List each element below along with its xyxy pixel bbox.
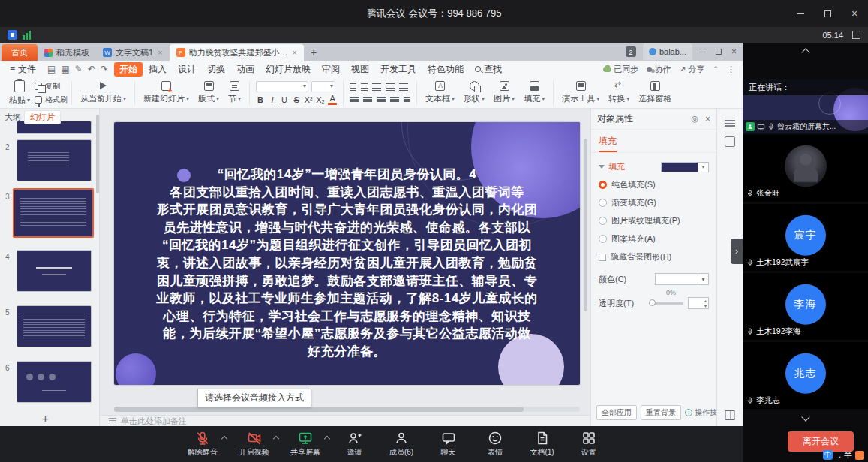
menu-view[interactable]: 视图 <box>346 62 374 76</box>
copy-button[interactable]: 复制 <box>35 81 68 92</box>
collapse-section-icon[interactable] <box>599 165 605 169</box>
convert-button[interactable]: 转换▾ <box>604 81 634 104</box>
close-icon[interactable]: × <box>705 114 710 124</box>
participant-tile[interactable]: 张金旺 <box>743 135 868 202</box>
italic-button[interactable]: I <box>268 95 277 104</box>
fill-color-swatch[interactable]: ▾ <box>661 162 709 172</box>
numbered-list-icon[interactable] <box>361 83 368 91</box>
slide-text-block[interactable]: “回忆我的14岁”一增强青年团员身份认同。4 各团支部以重拾入团时间、重读入团志… <box>123 166 571 361</box>
participant-tile[interactable]: 兆志 李兆志 <box>743 342 868 409</box>
close-icon[interactable]: × <box>841 0 868 27</box>
align-center-icon[interactable] <box>363 94 372 102</box>
slide-thumbnail-6[interactable] <box>17 361 92 403</box>
participant-tile[interactable]: 李海 土木192李海 <box>743 273 868 340</box>
fill-button[interactable]: 填充▾ <box>519 81 549 104</box>
presentation-tools-button[interactable]: 演示工具▾ <box>557 81 604 104</box>
align-left-icon[interactable] <box>350 94 359 102</box>
option-gradient-fill[interactable]: 渐变填充(G) <box>599 197 709 208</box>
unmute-button[interactable]: 解除静音 <box>188 430 218 458</box>
fullscreen-icon[interactable] <box>852 31 860 39</box>
menu-features[interactable]: 特色功能 <box>422 62 469 76</box>
menu-insert[interactable]: 插入 <box>143 62 172 76</box>
add-slide-button[interactable]: + <box>42 412 49 424</box>
tab-docer[interactable]: 稻壳模板 <box>38 44 96 61</box>
layout-button[interactable]: 版式▾ <box>194 81 224 104</box>
slide-thumbnail-5[interactable] <box>17 305 92 347</box>
chevron-up-icon[interactable] <box>272 436 278 442</box>
save-icon[interactable]: ▤ <box>47 64 56 74</box>
image-button[interactable]: 图片▾ <box>489 81 519 104</box>
option-hide-background[interactable]: 隐藏背景图形(H) <box>599 251 709 262</box>
reset-background-button[interactable]: 重置背景 <box>641 405 681 420</box>
tab-active-presentation[interactable]: P 助力脱贫攻坚共建郑盛小屋.pptx × <box>170 44 304 61</box>
subscript-button[interactable]: X₂ <box>316 95 325 104</box>
menu-transition[interactable]: 切换 <box>202 62 230 76</box>
transparency-slider[interactable] <box>649 302 683 304</box>
menu-find[interactable]: 查找 <box>470 62 507 76</box>
collapse-panel-handle[interactable]: › <box>731 238 743 264</box>
ime-punct-mode[interactable]: ，半 <box>836 449 852 460</box>
underline-button[interactable]: U <box>280 95 289 104</box>
option-solid-fill[interactable]: 纯色填充(S) <box>599 179 709 190</box>
chevron-up-icon[interactable] <box>801 48 809 56</box>
section-button[interactable]: 节▾ <box>224 81 245 104</box>
slide-thumbnail-2[interactable] <box>17 140 92 182</box>
edit-icon[interactable]: ✎ <box>75 64 83 74</box>
indent-increase-icon[interactable] <box>386 83 395 91</box>
sync-status[interactable]: 已同步 <box>603 64 638 75</box>
active-speaker-tile[interactable]: 正在讲话： 曾云霜的屏幕共... <box>743 79 868 134</box>
chat-button[interactable]: 聊天 <box>436 430 461 458</box>
menu-devtools[interactable]: 开发工具 <box>375 62 422 76</box>
line-spacing-icon[interactable] <box>399 83 408 91</box>
chart-icon[interactable] <box>23 31 31 40</box>
maximize-icon[interactable] <box>716 49 722 55</box>
strikethrough-button[interactable]: S <box>292 95 301 104</box>
ime-language-icon[interactable]: 中 <box>823 450 833 460</box>
animation-pane-icon[interactable] <box>725 136 735 147</box>
redo-icon[interactable]: ↷ <box>101 64 108 74</box>
settings-button[interactable]: 设置 <box>576 430 602 458</box>
slider-knob[interactable] <box>649 299 656 306</box>
slide-editor[interactable]: “回忆我的14岁”一增强青年团员身份认同。4 各团支部以重拾入团时间、重读入团志… <box>114 122 580 385</box>
tab-slides[interactable]: 幻灯片 <box>25 111 60 124</box>
participant-tile[interactable]: 宸宇 土木192武宸宇 <box>743 204 868 271</box>
new-tab-button[interactable]: + <box>304 44 323 61</box>
ime-indicator[interactable]: 中 ，半 <box>823 449 864 460</box>
indent-decrease-icon[interactable] <box>372 83 381 91</box>
font-name-select[interactable] <box>256 81 308 92</box>
undo-icon[interactable]: ↶ <box>88 64 95 74</box>
new-slide-button[interactable]: 新建幻灯片▾ <box>139 81 194 104</box>
textbox-button[interactable]: 文本框▾ <box>421 81 459 104</box>
thumbnail-scrollbar[interactable] <box>96 115 99 194</box>
bullet-list-icon[interactable] <box>350 83 356 91</box>
slide-thumbnail-4[interactable] <box>17 250 92 292</box>
close-icon[interactable]: × <box>158 48 162 57</box>
shapes-button[interactable]: 形状▾ <box>459 81 489 104</box>
tab-outline[interactable]: 大纲 <box>5 112 21 123</box>
more-icon[interactable]: ⋮ <box>727 64 735 74</box>
superscript-button[interactable]: X² <box>304 95 313 104</box>
menu-review[interactable]: 审阅 <box>317 62 345 76</box>
slide-thumbnail-3-selected[interactable] <box>13 188 94 238</box>
menu-slideshow[interactable]: 幻灯片放映 <box>260 62 316 76</box>
minimize-icon[interactable] <box>699 52 706 52</box>
print-icon[interactable]: ▦ <box>61 64 69 74</box>
documents-button[interactable]: 文档(1) <box>530 430 555 458</box>
tab-browser[interactable]: balab... <box>643 44 692 60</box>
emoji-button[interactable]: 表情 <box>482 430 508 458</box>
tab-fill[interactable]: 填充 <box>599 135 617 152</box>
ime-keyboard-icon[interactable] <box>855 451 864 460</box>
chevron-up-icon[interactable] <box>221 436 227 442</box>
color-dropdown[interactable]: ▾ <box>655 273 709 285</box>
grid-view-icon[interactable] <box>725 410 735 420</box>
menu-animation[interactable]: 动画 <box>231 62 260 76</box>
paste-button[interactable]: 粘贴▾ <box>5 80 35 106</box>
app-icon[interactable] <box>8 30 17 40</box>
properties-list-icon[interactable] <box>725 118 735 127</box>
font-size-select[interactable] <box>311 81 335 92</box>
minimize-icon[interactable] <box>787 0 814 27</box>
vertical-scrollbar[interactable] <box>584 139 587 311</box>
start-video-button[interactable]: 开启视频 <box>239 430 269 458</box>
tab-count-badge[interactable]: 2 <box>626 46 636 57</box>
pin-icon[interactable]: ◎ <box>691 114 698 124</box>
